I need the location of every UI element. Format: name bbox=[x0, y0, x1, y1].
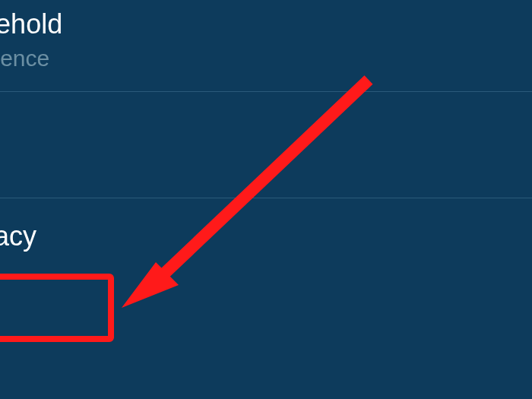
settings-item-privacy[interactable]: Privacy bbox=[0, 198, 532, 335]
settings-list: on Household our Amazon experience y Pri… bbox=[0, 0, 532, 399]
household-subtitle: our Amazon experience bbox=[0, 43, 532, 73]
middle-title: y bbox=[0, 127, 532, 160]
settings-item-household[interactable]: on Household our Amazon experience bbox=[0, 0, 532, 92]
household-title: on Household bbox=[0, 8, 532, 40]
privacy-title: Privacy bbox=[0, 220, 532, 252]
settings-item-middle[interactable]: y bbox=[0, 92, 532, 198]
